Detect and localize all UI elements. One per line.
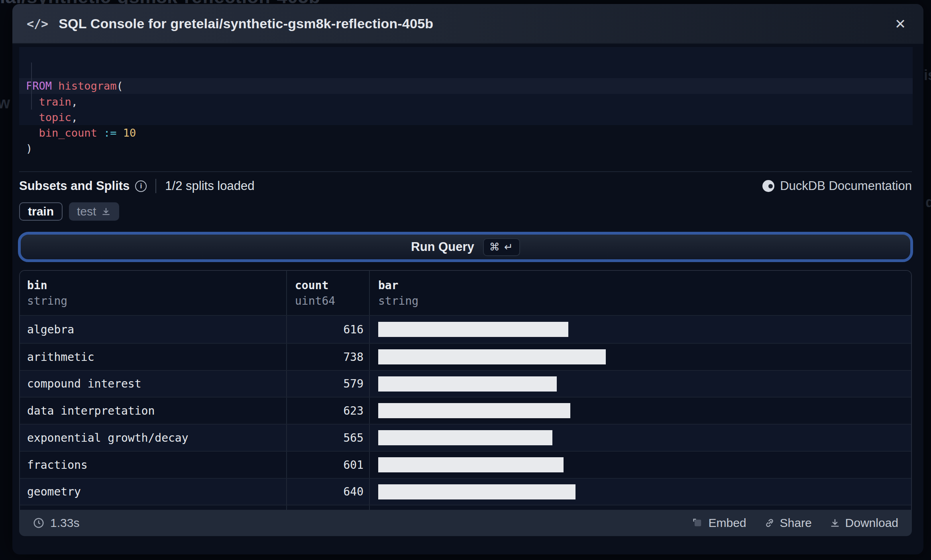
count-value: 640 xyxy=(287,479,370,505)
duckdb-documentation-label: DuckDB Documentation xyxy=(780,179,912,193)
column-header-bin: binstring xyxy=(20,271,287,315)
code-line: train, xyxy=(19,94,913,110)
download-button[interactable]: Download xyxy=(829,516,898,530)
download-icon xyxy=(829,517,841,529)
background-text-fragment: d xyxy=(925,194,931,211)
column-type: uint64 xyxy=(295,294,369,307)
splits-loaded-status: 1/2 splits loaded xyxy=(165,179,254,193)
background-text-fragment: w xyxy=(0,94,10,112)
histogram-bar xyxy=(378,376,557,392)
sql-console-modal: </> SQL Console for gretelai/synthetic-g… xyxy=(12,4,923,554)
results-footer: 1.33s EmbedShareDownload xyxy=(19,510,912,536)
table-row: algebra616 xyxy=(20,315,911,343)
column-type: string xyxy=(378,294,911,307)
bin-value: geometry xyxy=(27,485,81,498)
subsets-splits-title: Subsets and Splits xyxy=(19,179,130,193)
footer-button-label: Share xyxy=(780,516,812,530)
split-pill-label: test xyxy=(77,205,96,218)
query-elapsed-time: 1.33s xyxy=(33,516,79,530)
indent-guide xyxy=(31,63,32,110)
count-value: 565 xyxy=(287,425,370,451)
count-value: 601 xyxy=(287,452,370,478)
code-line: ) xyxy=(19,141,913,156)
table-row: arithmetic738 xyxy=(20,343,911,370)
split-pill-label: train xyxy=(28,205,54,218)
split-pill-test[interactable]: test xyxy=(69,202,119,221)
footer-button-label: Embed xyxy=(708,516,746,530)
histogram-bar xyxy=(378,349,606,364)
modal-title: SQL Console for gretelai/synthetic-gsm8k… xyxy=(59,16,433,31)
close-icon[interactable]: ✕ xyxy=(892,15,909,33)
bin-value: arithmetic xyxy=(27,350,94,364)
code-line: topic, xyxy=(19,110,913,125)
table-row: compound interest579 xyxy=(20,370,911,397)
clock-icon xyxy=(33,517,45,529)
count-value: 623 xyxy=(287,397,370,424)
embed-button[interactable]: Embed xyxy=(692,516,746,530)
count-value xyxy=(287,505,370,510)
split-pill-train[interactable]: train xyxy=(19,202,63,221)
table-row: exponential growth/decay565 xyxy=(20,424,911,451)
run-query-label: Run Query xyxy=(411,240,474,254)
duckdb-documentation-link[interactable]: DuckDB Documentation xyxy=(762,179,912,193)
vertical-separator xyxy=(155,179,156,193)
column-type: string xyxy=(27,294,286,307)
column-header-count: countuint64 xyxy=(287,271,370,315)
info-icon[interactable]: i xyxy=(135,180,147,192)
table-row: geometry640 xyxy=(20,478,911,505)
count-value: 579 xyxy=(287,371,370,397)
bin-value: data interpretation xyxy=(27,404,155,417)
table-row: data interpretation623 xyxy=(20,397,911,424)
histogram-bar xyxy=(378,457,564,472)
keyboard-shortcut-badge: ⌘ ↵ xyxy=(483,238,520,256)
section-divider xyxy=(19,171,912,172)
sql-editor[interactable]: FROM histogram( train, topic, bin_count … xyxy=(19,47,913,125)
histogram-bar xyxy=(378,322,568,337)
download-icon xyxy=(101,206,111,217)
table-header-row: binstringcountuint64barstring xyxy=(20,271,911,315)
background-text-fragment: is xyxy=(924,67,931,84)
count-value: 616 xyxy=(287,316,370,343)
share-icon xyxy=(764,517,775,529)
duckdb-logo-icon xyxy=(762,180,774,192)
footer-button-label: Download xyxy=(845,516,898,530)
code-icon: </> xyxy=(27,17,48,31)
share-button[interactable]: Share xyxy=(764,516,812,530)
query-results-table: binstringcountuint64barstring algebra616… xyxy=(19,270,912,510)
run-query-button[interactable]: Run Query ⌘ ↵ xyxy=(18,232,913,262)
bin-value: fractions xyxy=(27,458,88,472)
table-row xyxy=(20,505,911,510)
embed-icon xyxy=(692,517,703,529)
bin-value: compound interest xyxy=(27,377,141,390)
table-row: fractions601 xyxy=(20,451,911,478)
code-line: bin_count := 10 xyxy=(19,125,913,141)
bin-value: algebra xyxy=(27,323,74,336)
column-name: bin xyxy=(27,279,286,292)
modal-header: </> SQL Console for gretelai/synthetic-g… xyxy=(12,4,923,44)
column-name: count xyxy=(295,279,369,292)
histogram-bar xyxy=(378,484,575,499)
histogram-bar xyxy=(378,430,552,445)
histogram-bar xyxy=(378,403,570,418)
column-header-bar: barstring xyxy=(370,271,911,315)
code-line: FROM histogram( xyxy=(19,78,913,94)
column-name: bar xyxy=(378,279,911,292)
bin-value: exponential growth/decay xyxy=(27,431,189,444)
count-value: 738 xyxy=(287,344,370,370)
